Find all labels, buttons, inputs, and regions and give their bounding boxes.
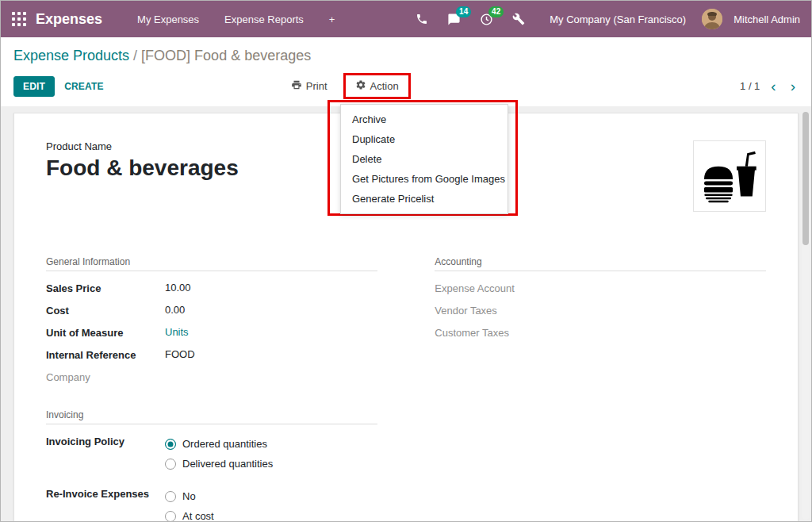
breadcrumb-parent[interactable]: Expense Products	[13, 48, 129, 63]
field-label-internal-reference: Internal Reference	[46, 348, 165, 361]
section-accounting: Accounting	[435, 256, 766, 271]
field-cost: Cost 0.00	[46, 300, 377, 322]
navbar-right: 14 42 My Company (San Francisco) Mitchel…	[408, 8, 800, 31]
messages-badge: 14	[456, 6, 471, 17]
section-general-information: General Information	[46, 256, 377, 271]
action-dropdown-menu: Archive Duplicate Delete Get Pictures fr…	[340, 104, 508, 214]
app-name-expenses[interactable]: Expenses	[36, 11, 102, 28]
user-avatar[interactable]	[702, 9, 722, 29]
reinvoice-expenses-options: No At cost Sales price	[165, 487, 233, 522]
radio-icon	[165, 491, 176, 502]
control-panel-center: Print Action	[286, 73, 411, 99]
form-columns: General Information Sales Price 10.00 Co…	[46, 256, 766, 522]
expenses-app-window: Expenses My Expenses Expense Reports + 1…	[0, 0, 812, 522]
field-label-expense-account: Expense Account	[435, 282, 553, 294]
menu-item-get-pictures[interactable]: Get Pictures from Google Images	[341, 169, 508, 189]
radio-no[interactable]: No	[165, 487, 233, 505]
user-menu[interactable]: Mitchell Admin	[733, 13, 800, 25]
field-vendor-taxes: Vendor Taxes	[435, 300, 766, 322]
field-sales-price: Sales Price 10.00	[46, 278, 377, 300]
field-value-sales-price: 10.00	[165, 282, 191, 294]
breadcrumb: Expense Products / [FOOD] Food & beverag…	[1, 37, 811, 67]
print-label: Print	[306, 80, 327, 92]
nav-item-my-expenses[interactable]: My Expenses	[124, 13, 212, 25]
tools-icon[interactable]	[505, 8, 532, 30]
radio-delivered-quantities[interactable]: Delivered quantities	[165, 455, 273, 473]
printer-icon	[291, 79, 302, 93]
menu-item-generate-pricelist[interactable]: Generate Pricelist	[341, 189, 508, 209]
apps-grid-icon[interactable]	[12, 12, 26, 26]
action-label: Action	[370, 80, 399, 92]
messages-icon[interactable]: 14	[440, 8, 468, 31]
create-button[interactable]: CREATE	[55, 77, 113, 96]
pager: 1 / 1 ‹ ›	[740, 79, 799, 94]
field-company: Company	[46, 367, 377, 389]
field-internal-reference: Internal Reference FOOD	[46, 344, 377, 367]
field-label-customer-taxes: Customer Taxes	[435, 326, 553, 339]
radio-at-cost[interactable]: At cost	[165, 507, 233, 522]
menu-item-archive[interactable]: Archive	[341, 109, 508, 129]
menu-item-delete[interactable]: Delete	[341, 149, 508, 169]
action-button-highlight: Action	[343, 73, 411, 99]
field-label-sales-price: Sales Price	[46, 282, 165, 294]
vertical-scrollbar[interactable]	[802, 112, 810, 520]
field-invoicing-policy: Invoicing Policy Ordered quantities Deli…	[46, 431, 377, 477]
breadcrumb-current: [FOOD] Food & beverages	[141, 48, 311, 63]
field-label-invoicing-policy: Invoicing Policy	[46, 435, 165, 447]
field-label-unit-of-measure: Unit of Measure	[46, 326, 165, 339]
product-image	[693, 140, 766, 212]
activities-badge: 42	[488, 6, 504, 17]
field-customer-taxes: Customer Taxes	[435, 322, 766, 344]
scrollbar-thumb[interactable]	[802, 112, 809, 245]
radio-label: At cost	[182, 510, 214, 522]
activities-icon[interactable]: 42	[473, 8, 500, 31]
field-value-unit-of-measure[interactable]: Units	[165, 326, 189, 338]
pager-next-button[interactable]: ›	[787, 79, 799, 94]
field-label-reinvoice-expenses: Re-Invoice Expenses	[46, 487, 165, 500]
left-column: General Information Sales Price 10.00 Co…	[46, 256, 377, 522]
section-invoicing: Invoicing	[46, 409, 377, 424]
print-button[interactable]: Print	[286, 76, 332, 96]
phone-icon[interactable]	[408, 8, 435, 30]
field-label-cost: Cost	[46, 304, 165, 317]
pager-previous-button[interactable]: ‹	[768, 79, 779, 94]
field-reinvoice-expenses: Re-Invoice Expenses No At cost	[46, 483, 377, 522]
top-navbar: Expenses My Expenses Expense Reports + 1…	[1, 1, 811, 37]
breadcrumb-separator: /	[129, 48, 141, 63]
gear-icon	[355, 79, 366, 93]
pager-count: 1 / 1	[740, 80, 760, 92]
radio-label: Delivered quantities	[182, 458, 273, 470]
radio-icon	[165, 439, 176, 450]
field-unit-of-measure: Unit of Measure Units	[46, 322, 377, 344]
right-column: Accounting Expense Account Vendor Taxes …	[435, 256, 766, 522]
nav-item-plus[interactable]: +	[316, 13, 348, 25]
action-menu-highlight: Archive Duplicate Delete Get Pictures fr…	[327, 100, 518, 216]
product-name-label: Product Name	[46, 140, 239, 152]
invoicing-policy-options: Ordered quantities Delivered quantities	[165, 435, 273, 473]
radio-icon	[165, 459, 176, 470]
action-button[interactable]: Action	[350, 76, 404, 96]
field-expense-account: Expense Account	[435, 278, 766, 300]
radio-icon	[165, 511, 176, 522]
company-switcher[interactable]: My Company (San Francisco)	[550, 13, 686, 25]
radio-label: No	[182, 490, 196, 502]
radio-label: Ordered quantities	[182, 438, 267, 450]
product-name-value: Food & beverages	[46, 155, 239, 181]
edit-button[interactable]: EDIT	[13, 76, 55, 97]
product-name-block: Product Name Food & beverages	[46, 140, 239, 181]
nav-item-expense-reports[interactable]: Expense Reports	[212, 13, 316, 25]
radio-ordered-quantities[interactable]: Ordered quantities	[165, 435, 273, 453]
field-value-cost: 0.00	[165, 304, 185, 316]
field-label-vendor-taxes: Vendor Taxes	[435, 304, 553, 317]
field-label-company: Company	[46, 370, 165, 383]
field-value-internal-reference: FOOD	[165, 348, 195, 360]
menu-item-duplicate[interactable]: Duplicate	[341, 129, 508, 149]
